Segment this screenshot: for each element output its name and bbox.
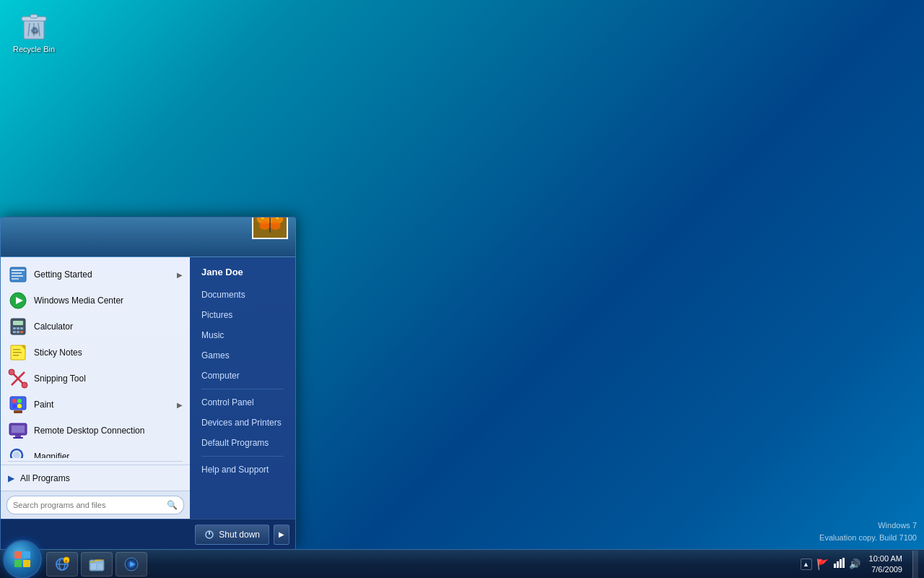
start-menu-body: Getting Started ▶ Windows Media Center	[1, 257, 295, 519]
programs-list: Getting Started ▶ Windows Media Center	[1, 257, 190, 458]
all-programs-button[interactable]: ▶ All Programs	[1, 465, 190, 491]
svg-rect-74	[834, 564, 836, 568]
svg-rect-17	[12, 272, 22, 274]
magnifier-icon	[8, 447, 28, 458]
svg-rect-39	[10, 397, 26, 410]
calculator-icon	[8, 316, 28, 337]
search-box: 🔍	[1, 491, 190, 519]
right-divider2	[201, 456, 284, 457]
svg-rect-2	[30, 14, 38, 18]
svg-rect-60	[14, 560, 22, 567]
getting-started-arrow: ▶	[177, 271, 183, 279]
recycle-bin-icon[interactable]: ♻ Recycle Bin	[7, 7, 61, 53]
remote-desktop-icon	[8, 420, 28, 441]
svg-rect-48	[13, 437, 23, 439]
svg-rect-61	[23, 560, 30, 567]
getting-started-icon	[8, 264, 28, 285]
menu-item-media-center[interactable]: Windows Media Center	[1, 288, 190, 314]
svg-point-50	[13, 452, 20, 458]
date-display: 7/6/2009	[869, 564, 902, 574]
menu-item-default-programs[interactable]: Default Programs	[190, 433, 295, 453]
start-button[interactable]	[3, 540, 42, 579]
menu-item-help-support[interactable]: Help and Support	[190, 460, 295, 480]
svg-point-11	[270, 222, 281, 230]
svg-point-37	[9, 369, 14, 375]
win7-watermark: Windows 7 Evaluation copy. Build 7100	[819, 519, 917, 543]
recycle-bin-label: Recycle Bin	[13, 45, 55, 53]
paint-icon	[8, 394, 28, 415]
shutdown-button[interactable]: Shut down	[195, 525, 269, 545]
svg-rect-69	[97, 564, 103, 569]
taskbar-media-player-button[interactable]	[116, 552, 147, 577]
menu-item-paint[interactable]: Paint ▶	[1, 392, 190, 418]
svg-rect-68	[91, 564, 96, 569]
shutdown-label: Shut down	[219, 530, 260, 540]
menu-item-remote-desktop[interactable]: Remote Desktop Connection	[1, 418, 190, 444]
all-programs-label: All Programs	[20, 473, 70, 483]
user-avatar[interactable]	[252, 217, 288, 239]
menu-item-control-panel[interactable]: Control Panel	[190, 392, 295, 413]
svg-rect-47	[15, 435, 21, 437]
start-menu: Getting Started ▶ Windows Media Center	[0, 217, 296, 549]
start-menu-header	[1, 217, 295, 257]
menu-item-computer[interactable]: Computer	[190, 366, 295, 386]
svg-text:♻: ♻	[30, 25, 38, 35]
network-icon[interactable]	[833, 557, 845, 571]
svg-point-38	[22, 382, 27, 388]
paint-arrow: ▶	[177, 401, 183, 409]
svg-rect-18	[12, 275, 23, 277]
shutdown-icon	[204, 530, 214, 540]
volume-icon[interactable]: 🔊	[849, 558, 860, 569]
svg-rect-29	[20, 331, 23, 333]
menu-item-documents[interactable]: Documents	[190, 285, 295, 305]
snipping-tool-label: Snipping Tool	[34, 374, 183, 384]
system-tray: ▲ 🚩 🔊 10:00 AM 7/6/2009	[795, 551, 924, 578]
svg-rect-59	[23, 551, 30, 558]
svg-rect-58	[14, 551, 22, 558]
menu-item-calculator[interactable]: Calculator	[1, 314, 190, 340]
all-programs-arrow: ▶	[8, 473, 14, 483]
menu-item-snipping[interactable]: Snipping Tool	[1, 366, 190, 392]
time-display: 10:00 AM	[869, 553, 902, 564]
svg-rect-33	[13, 352, 22, 353]
svg-rect-76	[840, 559, 842, 568]
svg-rect-26	[20, 327, 23, 329]
menu-item-getting-started[interactable]: Getting Started ▶	[1, 262, 190, 288]
svg-point-41	[17, 399, 22, 403]
svg-point-43	[17, 404, 22, 408]
menu-item-magnifier[interactable]: Magnifier	[1, 444, 190, 458]
show-desktop-button[interactable]	[912, 551, 918, 578]
menu-item-devices-printers[interactable]: Devices and Printers	[190, 413, 295, 433]
flag-icon[interactable]: 🚩	[816, 558, 829, 570]
svg-rect-24	[13, 327, 16, 329]
username-label[interactable]: Jane Doe	[190, 262, 295, 285]
menu-item-sticky-notes[interactable]: Sticky Notes	[1, 340, 190, 366]
start-menu-bottom: Shut down ▶	[1, 519, 295, 549]
taskbar-ie-button[interactable]: e	[46, 552, 78, 577]
svg-rect-28	[17, 331, 19, 333]
shutdown-arrow-button[interactable]: ▶	[274, 525, 289, 545]
magnifier-label: Magnifier	[34, 452, 183, 458]
win7-line2: Evaluation copy. Build 7100	[819, 532, 917, 544]
clock[interactable]: 10:00 AM 7/6/2009	[865, 552, 907, 576]
menu-item-music[interactable]: Music	[190, 325, 295, 345]
programs-panel: Getting Started ▶ Windows Media Center	[1, 257, 190, 519]
svg-rect-27	[13, 331, 16, 333]
media-center-label: Windows Media Center	[34, 296, 183, 306]
menu-item-games[interactable]: Games	[190, 345, 295, 366]
svg-rect-46	[12, 426, 25, 433]
desktop: ♻ Recycle Bin Windows 7 Evaluation copy.…	[0, 0, 924, 578]
notification-arrow[interactable]: ▲	[801, 558, 812, 570]
svg-rect-19	[12, 278, 19, 280]
sticky-notes-label: Sticky Notes	[34, 348, 183, 358]
getting-started-label: Getting Started	[34, 269, 171, 280]
taskbar-explorer-button[interactable]	[81, 552, 113, 577]
search-icon[interactable]: 🔍	[167, 500, 178, 510]
right-divider	[201, 389, 284, 389]
sticky-notes-icon	[8, 342, 28, 363]
svg-point-40	[12, 399, 17, 403]
svg-rect-44	[14, 410, 22, 413]
search-input[interactable]	[13, 501, 167, 509]
menu-item-pictures[interactable]: Pictures	[190, 305, 295, 325]
svg-point-42	[12, 404, 17, 408]
